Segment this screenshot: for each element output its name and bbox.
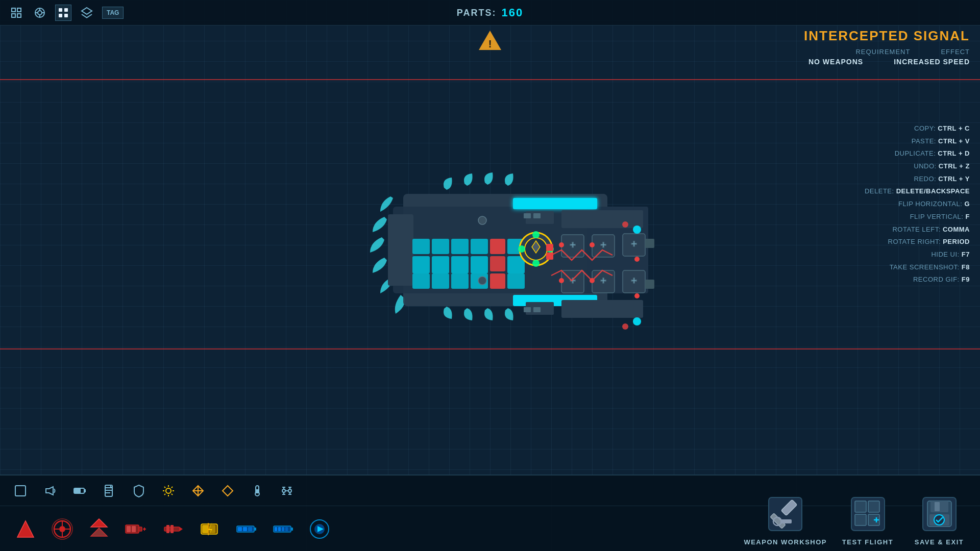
- svg-point-163: [934, 515, 944, 525]
- svg-rect-31: [451, 273, 469, 289]
- svg-rect-119: [139, 527, 142, 531]
- thermometer-category-icon[interactable]: [247, 481, 267, 501]
- power-cell-weapon-icon[interactable]: [194, 514, 225, 544]
- requirement-value: NO WEAPONS: [808, 58, 863, 66]
- svg-marker-93: [223, 486, 233, 496]
- svg-rect-68: [561, 210, 643, 228]
- shortcut-line: TAKE SCREENSHOT: F8: [865, 261, 970, 274]
- circle-target-icon[interactable]: [32, 5, 48, 21]
- svg-rect-12: [59, 14, 62, 17]
- svg-rect-80: [524, 307, 531, 312]
- svg-point-46: [532, 231, 540, 238]
- svg-text:+: +: [600, 239, 606, 251]
- grid-filled-icon[interactable]: [55, 5, 71, 21]
- svg-rect-11: [64, 8, 68, 12]
- crosshair-weapon-icon[interactable]: [47, 514, 78, 544]
- tag-button[interactable]: TAG: [102, 7, 124, 19]
- svg-rect-96: [256, 490, 259, 493]
- svg-rect-81: [533, 307, 541, 312]
- svg-rect-134: [238, 527, 242, 531]
- weapon-workshop-icon: [765, 493, 806, 534]
- test-flight-button[interactable]: TEST FLIGHT: [837, 493, 898, 546]
- svg-rect-23: [412, 256, 430, 273]
- svg-point-77: [478, 277, 486, 285]
- battery-pack-weapon-icon[interactable]: [120, 514, 151, 544]
- svg-rect-25: [412, 239, 430, 254]
- svg-text:+: +: [570, 239, 576, 251]
- svg-rect-2: [12, 14, 15, 17]
- square-category-icon[interactable]: [10, 481, 31, 501]
- svg-point-67: [634, 293, 640, 298]
- shortcut-line: HIDE UI: F7: [865, 248, 970, 261]
- shortcut-line: DELETE: DELETE/BACKSPACE: [865, 185, 970, 198]
- shortcut-line: REDO: CTRL + Y: [865, 173, 970, 186]
- svg-rect-135: [243, 527, 247, 531]
- weapon-workshop-label: WEAPON WORKSHOP: [744, 538, 827, 546]
- save-exit-button[interactable]: SAVE & EXIT: [909, 493, 970, 546]
- top-bar-icons: TAG: [8, 5, 124, 21]
- svg-rect-1: [17, 8, 21, 12]
- svg-rect-36: [490, 273, 505, 289]
- save-exit-icon: [919, 493, 960, 534]
- svg-rect-69: [561, 300, 643, 318]
- scan-line-bottom: [0, 348, 980, 349]
- triangle-weapon-icon[interactable]: [10, 514, 41, 544]
- svg-point-52: [559, 242, 564, 247]
- diamond-category-icon[interactable]: [217, 481, 238, 501]
- layers-icon[interactable]: [79, 5, 95, 21]
- shortcut-line: FLIP VERTICAL: F: [865, 211, 970, 223]
- svg-rect-120: [127, 526, 131, 532]
- svg-text:!: !: [488, 38, 492, 49]
- svg-rect-24: [432, 256, 449, 273]
- svg-text:+: +: [631, 275, 637, 286]
- svg-rect-13: [64, 14, 68, 17]
- svg-rect-48: [546, 244, 553, 251]
- svg-text:+: +: [600, 275, 606, 286]
- svg-rect-39: [507, 273, 525, 289]
- grid-icon[interactable]: [8, 5, 24, 21]
- svg-rect-49: [546, 253, 553, 260]
- parts-value: 160: [501, 6, 523, 19]
- svg-rect-19: [388, 214, 413, 286]
- svg-point-110: [59, 526, 65, 532]
- svg-point-5: [38, 11, 42, 15]
- arrow-right-weapon-icon[interactable]: [304, 514, 335, 544]
- shortcut-line: RECORD GIF: F9: [865, 273, 970, 286]
- battery-blue-weapon-icon[interactable]: [231, 514, 261, 544]
- launcher-weapon-icon[interactable]: [157, 514, 188, 544]
- svg-rect-133: [254, 528, 256, 531]
- test-flight-label: TEST FLIGHT: [842, 538, 893, 546]
- svg-point-58: [634, 257, 640, 262]
- volume-category-icon[interactable]: [40, 481, 60, 501]
- svg-rect-28: [471, 239, 488, 254]
- battery-blue2-weapon-icon[interactable]: [267, 514, 298, 544]
- svg-rect-140: [278, 527, 281, 531]
- battery-category-icon[interactable]: [69, 481, 90, 501]
- svg-rect-152: [855, 501, 866, 512]
- svg-marker-125: [180, 527, 183, 531]
- parts-label: PARTS:: [457, 8, 497, 18]
- svg-rect-121: [132, 526, 136, 532]
- gear-category-icon[interactable]: [158, 481, 179, 501]
- intercepted-title: INTERCEPTED SIGNAL: [804, 28, 970, 44]
- svg-text:+: +: [631, 238, 637, 249]
- shortcut-line: PASTE: CTRL + V: [865, 135, 970, 148]
- right-panel: INTERCEPTED SIGNAL REQUIREMENT EFFECT NO…: [804, 28, 970, 68]
- svg-rect-34: [471, 256, 488, 273]
- svg-rect-126: [166, 525, 169, 533]
- svg-rect-138: [291, 528, 293, 531]
- parts-display: PARTS: 160: [457, 0, 523, 26]
- shortcut-line: ROTATE RIGHT: PERIOD: [865, 236, 970, 248]
- svg-point-73: [633, 317, 641, 325]
- svg-point-47: [532, 260, 540, 267]
- weapon-workshop-button[interactable]: WEAPON WORKSHOP: [744, 493, 827, 546]
- shield-category-icon[interactable]: [129, 481, 149, 501]
- diamond-cross-category-icon[interactable]: [188, 481, 208, 501]
- shortcuts-panel: COPY: CTRL + CPASTE: CTRL + VDUPLICATE: …: [865, 122, 970, 286]
- circuit-category-icon[interactable]: [277, 481, 297, 501]
- stack-weapon-icon[interactable]: [84, 514, 114, 544]
- svg-rect-35: [490, 239, 505, 254]
- document-category-icon[interactable]: [99, 481, 119, 501]
- svg-marker-108: [17, 521, 34, 537]
- svg-point-72: [633, 226, 641, 234]
